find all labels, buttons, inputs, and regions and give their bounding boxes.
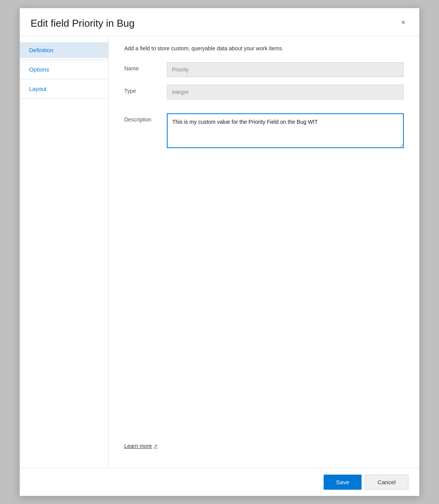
type-label: Type [124,85,167,94]
dialog-body: Definition Options Layout Add a field to… [20,36,419,468]
dialog-footer: Save Cancel [20,468,419,496]
sidebar-item-layout[interactable]: Layout [20,81,108,97]
cancel-button[interactable]: Cancel [365,475,408,490]
close-button[interactable]: × [398,17,408,27]
name-input[interactable] [167,62,404,77]
dialog-header: Edit field Priority in Bug × [20,8,419,36]
learn-more-row: Learn more ↗ [124,436,404,459]
type-input[interactable] [167,85,404,99]
sidebar-item-options[interactable]: Options [20,62,108,77]
dialog-title: Edit field Priority in Bug [31,17,135,29]
sidebar-divider-2 [20,79,108,79]
edit-field-dialog: Edit field Priority in Bug × Definition … [19,8,420,496]
type-field-row: Type [124,85,404,99]
sidebar: Definition Options Layout [20,36,109,468]
name-label: Name [124,62,167,72]
description-field-row: Description [124,113,404,148]
content-area: Add a field to store custom, queryable d… [109,36,419,468]
description-label: Description [124,113,167,123]
description-textarea[interactable] [167,113,404,148]
sidebar-item-definition[interactable]: Definition [20,42,108,58]
external-link-icon: ↗ [154,443,158,449]
learn-more-link[interactable]: Learn more ↗ [124,443,158,449]
content-description: Add a field to store custom, queryable d… [124,45,404,51]
save-button[interactable]: Save [324,475,362,490]
name-field-row: Name [124,62,404,77]
sidebar-divider-1 [20,60,108,60]
sidebar-divider-3 [20,98,108,99]
content-spacer [124,156,404,436]
